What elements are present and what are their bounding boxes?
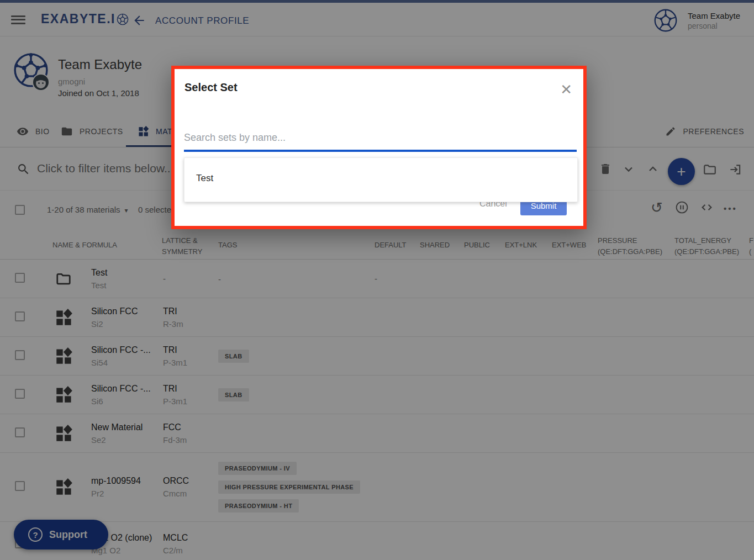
dialog-title: Select Set (184, 81, 238, 94)
select-set-dialog: Select Set ✕ Test Cancel Submit (171, 66, 587, 229)
search-input-underline (184, 150, 577, 152)
set-options-dropdown: Test (184, 157, 578, 202)
set-search-input[interactable] (184, 132, 577, 144)
close-icon[interactable]: ✕ (560, 82, 572, 97)
app-root: EXABYTE.I ACCOUNT PROFILE Team Exabyte (0, 0, 754, 560)
set-option[interactable]: Test (196, 173, 213, 184)
